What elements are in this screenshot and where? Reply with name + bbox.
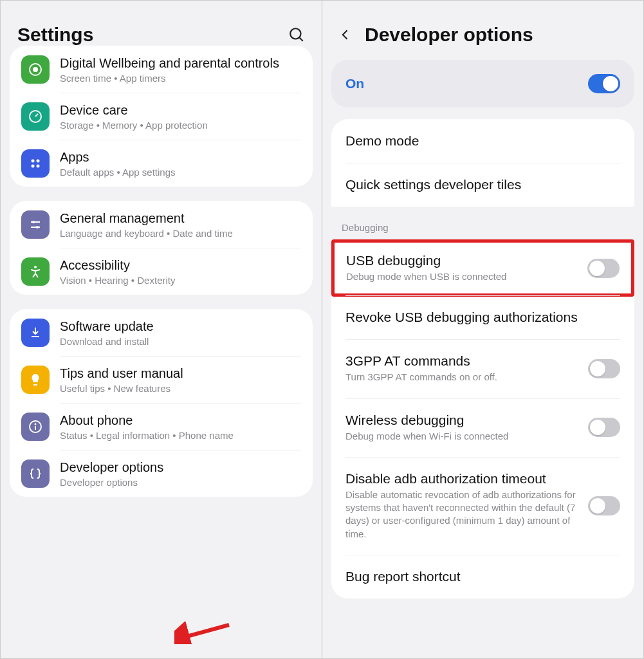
settings-pane: Settings Digital Wellbeing and parental … (1, 1, 322, 658)
svg-line-19 (182, 625, 229, 638)
row-toggle[interactable] (588, 359, 620, 378)
usb-debugging-toggle[interactable] (587, 259, 620, 278)
back-icon[interactable] (339, 28, 352, 41)
section-header-debugging: Debugging (322, 207, 643, 239)
gauge-icon (21, 102, 50, 131)
row-title: About phone (60, 412, 301, 429)
dev-header: Developer options (322, 1, 643, 60)
dev-section-card: Demo modeQuick settings developer tiles (331, 119, 634, 207)
row-subtitle: Disable automatic revocation of adb auth… (345, 488, 582, 541)
row-subtitle: Turn 3GPP AT commands on or off. (345, 371, 582, 384)
master-toggle-row[interactable]: On (331, 60, 634, 107)
dev-row[interactable]: Demo mode (331, 119, 634, 163)
row-title: Device care (60, 102, 301, 118)
apps-icon (21, 149, 50, 178)
row-subtitle: Storage • Memory • App protection (60, 120, 301, 131)
settings-row[interactable]: AccessibilityVision • Hearing • Dexterit… (10, 248, 313, 295)
row-title: Bug report shortcut (345, 569, 614, 584)
svg-point-13 (34, 266, 37, 268)
row-title: Disable adb authorization timeout (345, 471, 582, 487)
arrow-annotation (174, 618, 232, 644)
row-title: Revoke USB debugging authorizations (345, 310, 614, 325)
svg-point-7 (32, 164, 35, 167)
dev-row[interactable]: Revoke USB debugging authorizations (331, 295, 634, 339)
row-title: Demo mode (345, 133, 614, 149)
dev-row[interactable]: Wireless debuggingDebug mode when Wi-Fi … (331, 398, 634, 457)
settings-row[interactable]: About phoneStatus • Legal information • … (10, 403, 313, 450)
row-toggle[interactable] (588, 418, 620, 437)
developer-options-pane: Developer options On Demo modeQuick sett… (322, 1, 643, 658)
bulb-icon (21, 366, 50, 394)
row-title: Software update (60, 318, 301, 335)
row-subtitle: Vision • Hearing • Dexterity (60, 275, 301, 286)
dev-row[interactable]: Quick settings developer tiles (331, 163, 634, 207)
row-usb-debugging[interactable]: USB debugging Debug mode when USB is con… (335, 243, 631, 293)
svg-point-8 (37, 164, 40, 167)
usb-debugging-highlight: USB debugging Debug mode when USB is con… (331, 239, 634, 297)
master-toggle[interactable] (588, 74, 620, 93)
settings-row[interactable]: General managementLanguage and keyboard … (10, 201, 313, 248)
svg-point-3 (33, 67, 38, 72)
row-title: Digital Wellbeing and parental controls (60, 55, 301, 71)
row-subtitle: Download and install (60, 336, 301, 347)
settings-row[interactable]: AppsDefault apps • App settings (10, 140, 313, 187)
settings-row[interactable]: Digital Wellbeing and parental controlsS… (10, 46, 313, 93)
info-icon (21, 413, 50, 441)
settings-row[interactable]: Software updateDownload and install (10, 309, 313, 356)
heart-icon (21, 55, 50, 84)
settings-group: General managementLanguage and keyboard … (10, 201, 313, 295)
row-title: 3GPP AT commands (345, 353, 582, 369)
search-icon[interactable] (288, 26, 305, 43)
svg-point-12 (36, 226, 39, 228)
download-icon (21, 319, 50, 347)
row-subtitle: Useful tips • New features (60, 383, 301, 394)
row-title: Accessibility (60, 257, 301, 274)
row-subtitle: Developer options (60, 477, 301, 488)
page-title: Settings (17, 24, 288, 46)
settings-group: Software updateDownload and installTips … (10, 309, 313, 497)
row-toggle[interactable] (588, 496, 620, 515)
row-title: Developer options (60, 459, 301, 476)
row-title: Tips and user manual (60, 365, 301, 382)
row-title: USB debugging (346, 253, 581, 268)
dev-row[interactable]: Bug report shortcut (331, 555, 634, 599)
svg-point-10 (32, 221, 35, 223)
settings-row[interactable]: Developer optionsDeveloper options (10, 450, 313, 497)
settings-group: Digital Wellbeing and parental controlsS… (10, 46, 313, 187)
row-subtitle: Default apps • App settings (60, 167, 301, 178)
row-title: Apps (60, 149, 301, 165)
dev-row[interactable]: Disable adb authorization timeoutDisable… (331, 457, 634, 555)
row-title: Quick settings developer tiles (345, 177, 614, 192)
row-subtitle: Debug mode when USB is connected (346, 270, 581, 283)
row-title: General management (60, 210, 301, 227)
page-title: Developer options (365, 24, 627, 46)
svg-line-1 (299, 37, 302, 41)
accessibility-icon (21, 257, 50, 286)
svg-point-6 (37, 159, 40, 162)
row-subtitle: Debug mode when Wi-Fi is connected (345, 430, 582, 443)
row-subtitle: Status • Legal information • Phone name (60, 430, 301, 441)
braces-icon (21, 459, 50, 488)
row-title: Wireless debugging (345, 413, 582, 428)
svg-point-5 (32, 159, 35, 162)
settings-row[interactable]: Tips and user manualUseful tips • New fe… (10, 356, 313, 403)
settings-row[interactable]: Device careStorage • Memory • App protec… (10, 93, 313, 140)
row-subtitle: Language and keyboard • Date and time (60, 228, 301, 239)
sliders-icon (21, 210, 50, 239)
master-toggle-label: On (345, 76, 588, 91)
svg-point-16 (35, 423, 37, 425)
dev-row[interactable]: 3GPP AT commandsTurn 3GPP AT commands on… (331, 339, 634, 398)
row-subtitle: Screen time • App timers (60, 73, 301, 84)
dev-debug-card: Revoke USB debugging authorizations3GPP … (331, 295, 634, 599)
svg-point-0 (290, 28, 300, 39)
